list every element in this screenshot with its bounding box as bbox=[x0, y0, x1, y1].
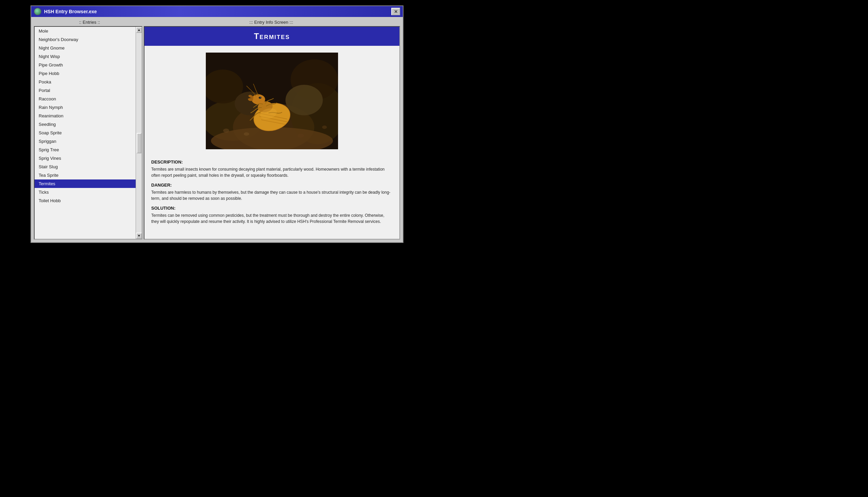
danger-label: DANGER: bbox=[151, 183, 393, 188]
scroll-up-button[interactable]: ▲ bbox=[136, 27, 142, 33]
svg-point-17 bbox=[260, 97, 261, 98]
list-item[interactable]: Tea Sprite bbox=[34, 171, 136, 180]
title-bar-text: HSH Entry Browser.exe bbox=[44, 9, 388, 14]
scrollbar-track: ▲ ▼ bbox=[136, 27, 142, 239]
panels-container: MoleNeighbor's DoorwayNight GnomeNight W… bbox=[32, 26, 401, 241]
solution-label: SOLUTION: bbox=[151, 205, 393, 211]
list-item[interactable]: Raccoon bbox=[34, 95, 136, 103]
section-headers: :: Entries :: ::: Entry Info Screen ::: bbox=[32, 18, 401, 26]
solution-text: Termites can be removed using common pes… bbox=[151, 212, 393, 225]
svg-point-22 bbox=[223, 129, 229, 133]
list-item[interactable]: Soap Sprite bbox=[34, 129, 136, 137]
list-item[interactable]: Spriggan bbox=[34, 137, 136, 145]
scrollbar-thumb-area bbox=[136, 33, 142, 233]
entries-panel: MoleNeighbor's DoorwayNight GnomeNight W… bbox=[34, 26, 143, 240]
entry-info-panel: Termites bbox=[144, 26, 400, 240]
application-window: HSH Entry Browser.exe ✕ :: Entries :: ::… bbox=[30, 5, 403, 243]
list-item[interactable]: Ticks bbox=[34, 188, 136, 196]
entry-image bbox=[206, 53, 338, 149]
main-content: :: Entries :: ::: Entry Info Screen ::: … bbox=[31, 17, 403, 242]
scrollbar-thumb[interactable] bbox=[137, 133, 142, 153]
list-item[interactable]: Neighbor's Doorway bbox=[34, 35, 136, 44]
list-item[interactable]: Pipe Hobb bbox=[34, 69, 136, 78]
svg-point-15 bbox=[252, 94, 265, 104]
danger-text: Termites are harmless to humans by thems… bbox=[151, 189, 393, 201]
list-item[interactable]: Pipe Growth bbox=[34, 61, 136, 69]
entry-image-container bbox=[145, 46, 399, 156]
list-item[interactable]: Night Gnome bbox=[34, 44, 136, 52]
list-item[interactable]: Seedling bbox=[34, 120, 136, 129]
left-panel-inner: MoleNeighbor's DoorwayNight GnomeNight W… bbox=[34, 27, 142, 239]
list-item[interactable]: Rain Nymph bbox=[34, 103, 136, 112]
entry-body: DESCRIPTION: Termites are small insects … bbox=[145, 156, 399, 231]
entries-header: :: Entries :: bbox=[35, 20, 144, 25]
entry-header: Termites bbox=[145, 27, 399, 46]
list-item[interactable]: Termites bbox=[34, 180, 136, 188]
close-button[interactable]: ✕ bbox=[391, 8, 400, 15]
scroll-down-button[interactable]: ▼ bbox=[136, 233, 142, 239]
list-item[interactable]: Sprig Tree bbox=[34, 145, 136, 154]
list-item[interactable]: Toilet Hobb bbox=[34, 196, 136, 205]
svg-point-21 bbox=[322, 126, 327, 129]
list-item[interactable]: Reanimation bbox=[34, 112, 136, 120]
svg-point-6 bbox=[285, 85, 323, 115]
list-item[interactable]: Portal bbox=[34, 86, 136, 95]
title-bar: HSH Entry Browser.exe ✕ bbox=[31, 6, 403, 17]
app-icon bbox=[34, 8, 41, 15]
description-label: DESCRIPTION: bbox=[151, 159, 393, 165]
entry-title: Termites bbox=[151, 31, 393, 41]
list-item[interactable]: Pooka bbox=[34, 78, 136, 86]
list-items-area: MoleNeighbor's DoorwayNight GnomeNight W… bbox=[34, 27, 136, 239]
description-text: Termites are small insects known for con… bbox=[151, 166, 393, 179]
list-item[interactable]: Sprig Vines bbox=[34, 154, 136, 162]
list-item[interactable]: Night Wisp bbox=[34, 52, 136, 61]
svg-point-19 bbox=[244, 132, 249, 136]
list-item[interactable]: Stair Slug bbox=[34, 162, 136, 171]
list-item[interactable]: Mole bbox=[34, 27, 136, 35]
info-header: ::: Entry Info Screen ::: bbox=[144, 20, 399, 25]
svg-point-20 bbox=[297, 134, 304, 138]
